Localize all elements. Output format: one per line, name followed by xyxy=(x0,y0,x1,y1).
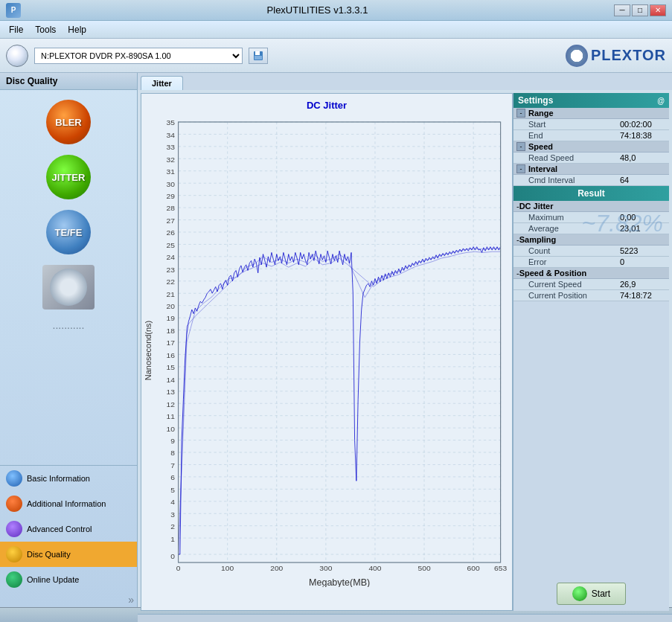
menu-file[interactable]: File xyxy=(3,23,29,36)
svg-text:16: 16 xyxy=(167,351,176,359)
chart-container: DC Jitter xyxy=(141,93,513,611)
titlebar-title: PlexUTILITIES v1.3.3.1 xyxy=(21,4,614,16)
svg-text:31: 31 xyxy=(167,167,176,176)
right-panel: Settings @ - Range Start 00:02:00 End 74… xyxy=(513,93,669,611)
svg-text:10: 10 xyxy=(167,425,176,433)
svg-text:26: 26 xyxy=(167,229,176,237)
app-icon: P xyxy=(6,3,21,18)
sampling-count-label: Count xyxy=(528,246,620,255)
sidebar-dots: ........... xyxy=(50,316,88,334)
close-button[interactable]: ✕ xyxy=(650,4,666,16)
sidebar-expand-area: » xyxy=(0,592,137,607)
pi-button[interactable] xyxy=(20,261,117,313)
maximize-button[interactable]: □ xyxy=(632,4,648,16)
logo-disc-icon xyxy=(566,45,588,67)
chart-wrapper: DC Jitter xyxy=(138,90,672,614)
drive-selector[interactable]: N:PLEXTOR DVDR PX-890SA 1.00 xyxy=(34,48,243,64)
bler-button[interactable]: BLER xyxy=(20,96,117,148)
sidebar-item-basic-info[interactable]: Basic Information xyxy=(0,466,137,491)
advanced-control-icon xyxy=(6,521,22,537)
start-icon xyxy=(572,586,587,601)
current-position-value: 74:18:72 xyxy=(620,291,665,300)
disc-quality-label: Disc Quality xyxy=(27,550,71,559)
tefe-button[interactable]: TE/FE xyxy=(20,206,117,258)
dc-jitter-avg-value: 23,01 xyxy=(620,224,665,233)
window-controls: ─ □ ✕ xyxy=(614,4,666,16)
svg-text:200: 200 xyxy=(270,564,284,572)
chart-title: DC Jitter xyxy=(144,97,509,114)
jitter-button[interactable]: JITTER xyxy=(20,151,117,203)
dc-jitter-max-label: Maximum xyxy=(528,213,620,222)
sidebar-item-online-update[interactable]: Online Update xyxy=(0,567,137,592)
cmd-interval-label: Cmd Interval xyxy=(528,176,620,185)
svg-text:11: 11 xyxy=(167,412,176,420)
svg-text:7: 7 xyxy=(170,461,175,469)
read-speed-value: 48,0 xyxy=(620,153,665,162)
svg-text:0: 0 xyxy=(176,564,181,572)
disc-quality-icon xyxy=(6,546,22,562)
svg-text:653: 653 xyxy=(494,564,508,572)
speed-position-label: Speed & Position xyxy=(519,269,586,278)
range-end-value: 74:18:38 xyxy=(620,131,665,140)
start-button[interactable]: Start xyxy=(557,583,626,605)
chart-svg: 35 34 33 32 31 30 29 28 27 26 25 24 xyxy=(144,114,509,587)
online-update-icon xyxy=(6,571,22,588)
svg-text:13: 13 xyxy=(167,388,176,396)
svg-text:500: 500 xyxy=(418,564,432,572)
menubar: File Tools Help xyxy=(0,21,672,39)
svg-rect-2 xyxy=(255,56,262,60)
speed-position-section-header: - Speed & Position xyxy=(513,268,669,279)
result-label: Result xyxy=(577,188,605,199)
advanced-control-label: Advanced Control xyxy=(27,525,92,533)
basic-info-icon xyxy=(6,470,22,487)
svg-text:29: 29 xyxy=(167,192,176,200)
sampling-error-label: Error xyxy=(528,257,620,266)
menu-tools[interactable]: Tools xyxy=(29,23,62,36)
sidebar-item-additional-info[interactable]: Additional Information xyxy=(0,491,137,516)
minimize-button[interactable]: ─ xyxy=(614,4,630,16)
sidebar-expand-icon[interactable]: » xyxy=(128,594,134,606)
pi-disc-wrapper xyxy=(42,265,95,310)
svg-text:33: 33 xyxy=(167,143,176,151)
menu-help[interactable]: Help xyxy=(62,23,92,36)
logo-text: PLEXTOR xyxy=(591,47,666,64)
sidebar-item-disc-quality[interactable]: Disc Quality xyxy=(0,542,137,567)
range-end-row: End 74:18:38 xyxy=(513,130,669,141)
dc-jitter-max-row: Maximum 0,00 xyxy=(513,212,669,223)
cmd-interval-value: 64 xyxy=(620,176,665,185)
current-position-label: Current Position xyxy=(528,291,620,300)
read-speed-label: Read Speed xyxy=(528,153,620,162)
svg-text:20: 20 xyxy=(167,302,176,310)
svg-text:2: 2 xyxy=(170,522,175,530)
start-label: Start xyxy=(592,589,610,599)
svg-text:600: 600 xyxy=(467,564,481,572)
interval-collapse-btn[interactable]: - xyxy=(516,164,525,173)
svg-text:14: 14 xyxy=(167,376,176,384)
current-speed-value: 26,9 xyxy=(620,280,665,289)
svg-text:35: 35 xyxy=(167,119,176,127)
pi-disc-icon xyxy=(50,269,87,306)
svg-text:3: 3 xyxy=(170,510,175,519)
start-button-area: Start xyxy=(513,577,669,611)
svg-text:21: 21 xyxy=(167,290,176,298)
settings-label: Settings xyxy=(518,95,553,106)
range-collapse-btn[interactable]: - xyxy=(516,109,525,118)
tefe-disc-icon: TE/FE xyxy=(46,210,91,254)
basic-info-label: Basic Information xyxy=(27,474,90,483)
dc-jitter-avg-row: Average 23,01 xyxy=(513,223,669,234)
svg-text:23: 23 xyxy=(167,266,176,274)
additional-info-icon xyxy=(6,496,22,512)
save-button[interactable] xyxy=(249,48,268,64)
speed-collapse-btn[interactable]: - xyxy=(516,142,525,151)
svg-text:Megabyte(MB): Megabyte(MB) xyxy=(309,577,370,587)
plextor-logo: PLEXTOR xyxy=(566,45,666,67)
svg-text:19: 19 xyxy=(167,315,176,323)
svg-text:9: 9 xyxy=(170,437,175,445)
interval-section-header: - Interval xyxy=(513,164,669,175)
sidebar-item-advanced-control[interactable]: Advanced Control xyxy=(0,516,137,542)
svg-text:24: 24 xyxy=(167,253,176,261)
content-bottom-dots: ............. xyxy=(138,614,672,622)
svg-text:4: 4 xyxy=(170,498,175,506)
tab-jitter[interactable]: Jitter xyxy=(141,76,183,90)
dc-jitter-label: DC Jitter xyxy=(519,202,554,211)
